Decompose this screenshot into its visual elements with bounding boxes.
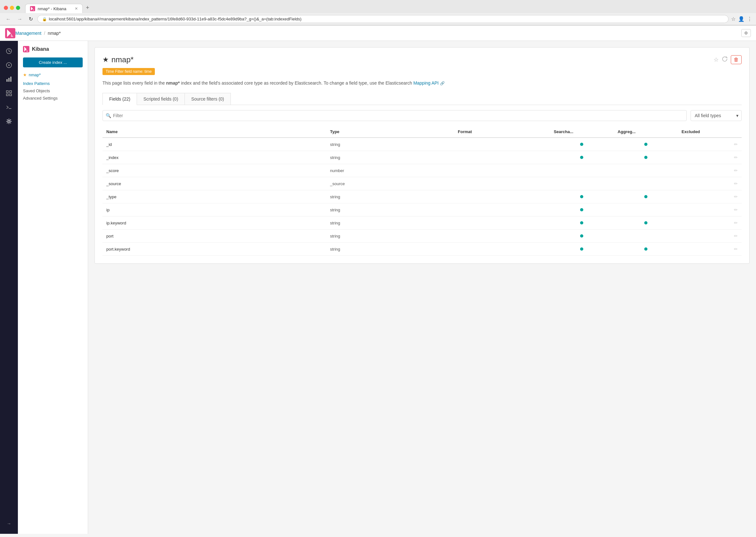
sidebar-item-index-patterns[interactable]: Index Patterns — [23, 80, 83, 87]
searchable-dot — [580, 143, 583, 146]
cell-aggregatable — [614, 151, 678, 164]
filter-input[interactable] — [102, 110, 687, 121]
edit-field-button[interactable]: ✏ — [734, 194, 738, 199]
cell-searchable — [550, 217, 614, 229]
svg-point-13 — [8, 120, 10, 122]
nav-dashboard-button[interactable] — [3, 73, 15, 86]
profile-icon[interactable]: 👤 — [738, 16, 744, 22]
nav-management-button[interactable] — [3, 115, 15, 128]
cell-excluded — [678, 164, 729, 177]
edit-field-button[interactable]: ✏ — [734, 155, 738, 160]
edit-field-button[interactable]: ✏ — [734, 142, 738, 147]
index-star-icon: ★ — [102, 56, 109, 64]
minimize-window-dot[interactable] — [10, 6, 14, 10]
cell-name: ip.keyword — [102, 217, 326, 229]
forward-button[interactable]: → — [15, 16, 24, 23]
sidebar-item-advanced-settings[interactable]: Advanced Settings — [23, 95, 83, 102]
table-header-row: Name Type Format Searcha... Aggreg... Ex… — [102, 126, 742, 138]
edit-field-button[interactable]: ✏ — [734, 168, 738, 173]
tab-fields[interactable]: Fields (22) — [102, 93, 137, 105]
bookmarks-icon[interactable]: ☆ — [731, 16, 736, 22]
back-button[interactable]: ← — [4, 16, 13, 23]
sidebar-app-title: Kibana — [23, 46, 83, 52]
mapping-api-link[interactable]: Mapping API — [414, 80, 439, 86]
table-row: port.keyword string ✏ — [102, 243, 742, 256]
table-row: ip string ✏ — [102, 203, 742, 217]
new-tab-button[interactable]: + — [83, 3, 93, 13]
cell-type: string — [326, 138, 454, 151]
address-bar[interactable]: 🔒 localhost:5601/app/kibana#/management/… — [37, 15, 729, 23]
col-header-excluded: Excluded — [678, 126, 729, 138]
compass-icon — [6, 62, 12, 68]
panel-sidebar: Kibana Create index ... ★ nmap* Index Pa… — [18, 41, 88, 534]
field-type-dropdown[interactable]: All field types string number date boole… — [691, 110, 742, 121]
edit-field-button[interactable]: ✏ — [734, 181, 738, 186]
edit-field-button[interactable]: ✏ — [734, 246, 738, 252]
cell-format — [454, 177, 550, 190]
aggregatable-dot — [644, 156, 648, 159]
cell-edit: ✏ — [729, 243, 742, 256]
cell-excluded — [678, 243, 729, 256]
cell-searchable — [550, 164, 614, 177]
sidebar-item-nmap[interactable]: ★ nmap* — [23, 72, 83, 77]
browser-tab[interactable]: nmap* - Kibana ✕ — [25, 4, 83, 13]
cell-format — [454, 217, 550, 229]
nav-expand-button[interactable]: → — [3, 517, 15, 530]
breadcrumb-current: nmap* — [48, 31, 61, 36]
cell-format — [454, 164, 550, 177]
cell-name: _id — [102, 138, 326, 151]
refresh-button[interactable]: ↻ — [27, 15, 35, 23]
menu-icon[interactable]: ⋮ — [747, 16, 752, 22]
edit-field-button[interactable]: ✏ — [734, 233, 738, 238]
edit-field-button[interactable]: ✏ — [734, 220, 738, 226]
create-index-pattern-button[interactable]: Create index ... — [23, 58, 83, 67]
app-header-right: ⚙ — [741, 29, 751, 37]
sidebar-item-saved-objects[interactable]: Saved Objects — [23, 87, 83, 95]
time-filter-badge: Time Filter field name: time — [102, 68, 155, 75]
cell-edit: ✏ — [729, 151, 742, 164]
cell-type: string — [326, 229, 454, 243]
searchable-dot — [580, 208, 583, 211]
svg-point-4 — [8, 64, 10, 66]
tab-scripted-fields[interactable]: Scripted fields (0) — [137, 93, 185, 105]
kibana-mark-icon — [23, 46, 29, 52]
aggregatable-dot — [644, 143, 648, 146]
nav-devtools-button[interactable] — [3, 101, 15, 114]
cell-format — [454, 138, 550, 151]
nav-visualize-button[interactable] — [3, 59, 15, 71]
searchable-dot — [580, 195, 583, 198]
cell-searchable — [550, 203, 614, 217]
left-navigation: → — [0, 41, 18, 534]
table-row: _index string ✏ — [102, 151, 742, 164]
delete-button[interactable]: 🗑 — [731, 55, 742, 64]
col-header-name: Name — [102, 126, 326, 138]
index-pattern-header: ★ nmap* ☆ 🗑 — [102, 55, 742, 64]
favorite-button[interactable]: ☆ — [714, 56, 719, 63]
cell-type: string — [326, 217, 454, 229]
lock-icon: 🔒 — [42, 17, 47, 21]
svg-rect-8 — [6, 91, 8, 93]
tab-source-filters[interactable]: Source filters (0) — [184, 93, 231, 105]
nav-discover-button[interactable] — [3, 45, 15, 58]
filter-search-icon: 🔍 — [106, 113, 111, 118]
cell-type: string — [326, 190, 454, 203]
close-window-dot[interactable] — [4, 6, 8, 10]
cell-searchable — [550, 190, 614, 203]
breadcrumb-root[interactable]: Management — [15, 31, 42, 36]
edit-field-button[interactable]: ✏ — [734, 207, 738, 212]
cell-aggregatable — [614, 164, 678, 177]
cell-aggregatable — [614, 229, 678, 243]
cell-aggregatable — [614, 177, 678, 190]
cell-searchable — [550, 151, 614, 164]
svg-rect-9 — [10, 91, 12, 93]
settings-button[interactable]: ⚙ — [741, 29, 751, 37]
cell-edit: ✏ — [729, 217, 742, 229]
searchable-dot — [580, 156, 583, 159]
chart-icon — [6, 76, 12, 82]
browser-tab-close-btn[interactable]: ✕ — [75, 6, 78, 11]
nav-timelion-button[interactable] — [3, 87, 15, 100]
refresh-fields-button[interactable] — [722, 56, 728, 63]
cell-format — [454, 229, 550, 243]
cell-aggregatable — [614, 190, 678, 203]
maximize-window-dot[interactable] — [16, 6, 20, 10]
